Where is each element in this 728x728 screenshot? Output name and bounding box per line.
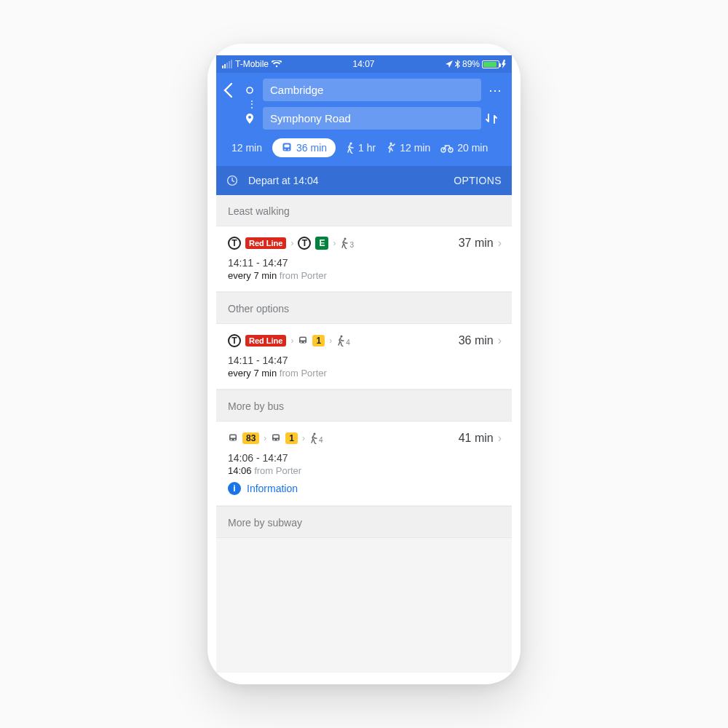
- svg-point-4: [288, 149, 290, 151]
- svg-point-18: [231, 439, 232, 440]
- chevron-right-icon: ›: [498, 237, 502, 250]
- route-times: 14:11 - 14:47: [228, 257, 502, 269]
- svg-point-0: [247, 87, 253, 93]
- phone-frame: T-Mobile 14:07 89%: [207, 44, 521, 684]
- route-times: 14:06 - 14:47: [228, 452, 502, 464]
- svg-rect-12: [301, 338, 306, 341]
- options-button[interactable]: OPTIONS: [454, 175, 502, 186]
- chevron-right-icon: ›: [498, 432, 502, 445]
- bus-1-badge: 1: [285, 432, 298, 444]
- svg-point-5: [349, 142, 352, 144]
- depart-time-button[interactable]: Depart at 14:04: [242, 175, 454, 186]
- chevron-right-icon: ›: [302, 433, 305, 443]
- carrier-label: T-Mobile: [235, 59, 269, 69]
- mode-rideshare-time: 12 min: [400, 142, 430, 154]
- origin-input[interactable]: Cambridge: [263, 79, 481, 101]
- info-label: Information: [247, 483, 298, 494]
- more-button[interactable]: ⋯: [486, 82, 505, 98]
- section-more-by-bus: More by bus: [216, 389, 512, 422]
- route-information-link[interactable]: i Information: [228, 482, 502, 495]
- info-icon: i: [228, 482, 241, 495]
- status-bar: T-Mobile 14:07 89%: [216, 55, 512, 73]
- walk-minutes: 4: [319, 436, 323, 444]
- bus-icon: [228, 433, 238, 443]
- bike-icon: [440, 143, 454, 153]
- mode-bike-time: 20 min: [457, 142, 488, 154]
- svg-point-13: [301, 341, 302, 343]
- status-time: 14:07: [282, 59, 446, 69]
- destination-pin-icon: [245, 114, 258, 124]
- walk-leg: 3: [340, 237, 354, 249]
- wifi-icon: [272, 60, 282, 68]
- battery-pct: 89%: [462, 59, 480, 69]
- mbta-icon: T: [298, 237, 311, 250]
- route-item[interactable]: 83 › 1 › 4 41 min › 14:06 - 14:47 1: [216, 422, 512, 506]
- green-line-e-badge: E: [315, 237, 328, 250]
- mode-bike[interactable]: 20 min: [440, 142, 488, 154]
- mode-car[interactable]: 12 min: [228, 142, 262, 154]
- bus-icon: [271, 433, 281, 443]
- mode-car-time: 12 min: [232, 142, 262, 154]
- svg-point-24: [314, 433, 316, 435]
- walk-minutes: 3: [349, 241, 354, 249]
- route-legs: 83 › 1 › 4: [228, 432, 459, 444]
- rideshare-icon: [386, 142, 396, 154]
- depart-bar: Depart at 14:04 OPTIONS: [216, 166, 512, 195]
- route-item[interactable]: T Red Line › 1 › 4 36 min › 14:11 - 14:4: [216, 324, 512, 389]
- mode-walk-time: 1 hr: [358, 142, 376, 154]
- section-more-by-subway: More by subway: [216, 506, 512, 538]
- destination-input[interactable]: Symphony Road: [263, 107, 481, 130]
- svg-rect-21: [274, 435, 279, 438]
- route-duration: 41 min: [459, 432, 494, 445]
- route-legs: T Red Line › T E › 3: [228, 237, 459, 250]
- chevron-right-icon: ›: [329, 336, 332, 346]
- chevron-right-icon: ›: [498, 334, 502, 347]
- route-duration: 37 min: [459, 237, 494, 250]
- walk-leg: 4: [309, 432, 323, 444]
- walk-leg: 4: [336, 335, 350, 347]
- signal-icon: [222, 60, 232, 68]
- route-item[interactable]: T Red Line › T E › 3 37 min › 14:11 - 14…: [216, 226, 512, 292]
- swap-button[interactable]: [486, 112, 505, 125]
- bus-83-badge: 83: [242, 432, 259, 444]
- svg-point-15: [341, 336, 343, 338]
- svg-point-22: [274, 439, 275, 440]
- status-left: T-Mobile: [222, 59, 282, 69]
- travel-modes: 12 min 36 min 1 hr: [223, 130, 505, 166]
- red-line-badge: Red Line: [245, 335, 286, 347]
- svg-point-23: [277, 439, 279, 440]
- screen: T-Mobile 14:07 89%: [216, 55, 512, 673]
- mbta-icon: T: [228, 237, 241, 250]
- bus-1-badge: 1: [312, 335, 325, 347]
- mbta-icon: T: [228, 334, 241, 347]
- red-line-badge: Red Line: [245, 237, 286, 249]
- route-duration: 36 min: [459, 334, 494, 347]
- chevron-right-icon: ›: [333, 238, 336, 248]
- route-frequency: 14:06 from Porter: [228, 465, 502, 476]
- svg-point-3: [285, 149, 286, 151]
- directions-header: Cambridge ⋯ ⋮ Symphony Road: [216, 73, 512, 166]
- clock-icon: [226, 175, 242, 186]
- route-times: 14:11 - 14:47: [228, 355, 502, 366]
- bus-icon: [298, 336, 308, 346]
- bluetooth-icon: [455, 60, 460, 68]
- back-button[interactable]: [223, 83, 241, 98]
- route-legs: T Red Line › 1 › 4: [228, 334, 459, 347]
- route-frequency: every 7 min from Porter: [228, 270, 502, 281]
- svg-rect-2: [285, 145, 290, 148]
- location-arrow-icon: [446, 60, 453, 68]
- chevron-right-icon: ›: [264, 433, 266, 443]
- route-frequency: every 7 min from Porter: [228, 368, 502, 379]
- svg-point-10: [344, 238, 347, 240]
- chevron-right-icon: ›: [290, 238, 293, 248]
- mode-rideshare[interactable]: 12 min: [386, 142, 430, 154]
- svg-rect-17: [231, 435, 236, 438]
- origin-dot-icon: [245, 86, 258, 95]
- chevron-right-icon: ›: [290, 336, 293, 346]
- mode-walk[interactable]: 1 hr: [346, 142, 376, 154]
- battery-icon: [482, 60, 499, 68]
- status-right: 89%: [446, 59, 506, 69]
- walk-minutes: 4: [346, 339, 350, 347]
- mode-transit[interactable]: 36 min: [272, 138, 336, 157]
- waypoint-dots-icon: ⋮: [245, 101, 258, 107]
